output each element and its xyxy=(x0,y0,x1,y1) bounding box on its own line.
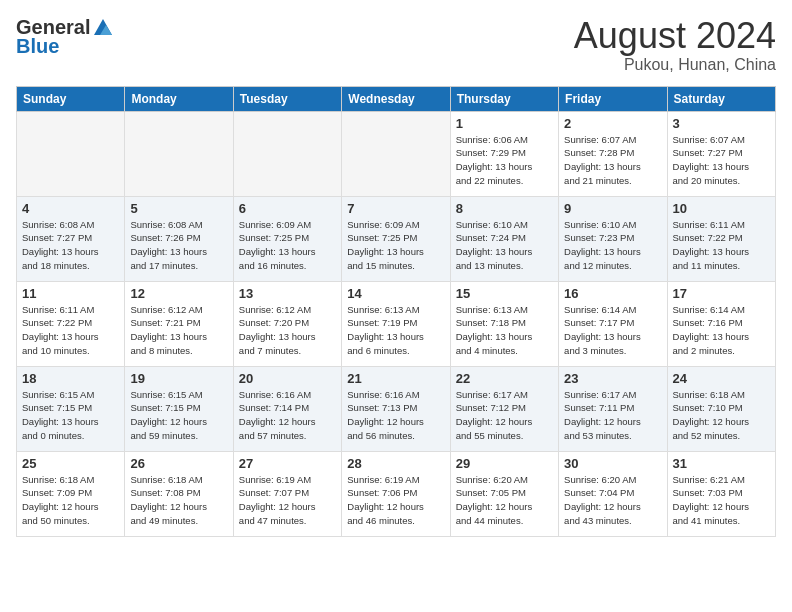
sun-info: Sunrise: 6:17 AMSunset: 7:11 PMDaylight:… xyxy=(564,388,661,443)
calendar-cell xyxy=(125,111,233,196)
sun-info: Sunrise: 6:15 AMSunset: 7:15 PMDaylight:… xyxy=(130,388,227,443)
day-number: 28 xyxy=(347,456,444,471)
sun-info: Sunrise: 6:18 AMSunset: 7:10 PMDaylight:… xyxy=(673,388,770,443)
day-number: 16 xyxy=(564,286,661,301)
weekday-header-sunday: Sunday xyxy=(17,86,125,111)
day-number: 22 xyxy=(456,371,553,386)
day-number: 15 xyxy=(456,286,553,301)
calendar-cell: 20Sunrise: 6:16 AMSunset: 7:14 PMDayligh… xyxy=(233,366,341,451)
sun-info: Sunrise: 6:07 AMSunset: 7:27 PMDaylight:… xyxy=(673,133,770,188)
calendar-week-row: 11Sunrise: 6:11 AMSunset: 7:22 PMDayligh… xyxy=(17,281,776,366)
weekday-header-tuesday: Tuesday xyxy=(233,86,341,111)
sun-info: Sunrise: 6:08 AMSunset: 7:27 PMDaylight:… xyxy=(22,218,119,273)
day-number: 11 xyxy=(22,286,119,301)
day-number: 31 xyxy=(673,456,770,471)
day-number: 20 xyxy=(239,371,336,386)
weekday-header-thursday: Thursday xyxy=(450,86,558,111)
weekday-header-friday: Friday xyxy=(559,86,667,111)
day-number: 10 xyxy=(673,201,770,216)
calendar-cell: 2Sunrise: 6:07 AMSunset: 7:28 PMDaylight… xyxy=(559,111,667,196)
calendar-cell: 3Sunrise: 6:07 AMSunset: 7:27 PMDaylight… xyxy=(667,111,775,196)
day-number: 30 xyxy=(564,456,661,471)
day-number: 29 xyxy=(456,456,553,471)
calendar-cell xyxy=(342,111,450,196)
day-number: 18 xyxy=(22,371,119,386)
calendar-cell: 26Sunrise: 6:18 AMSunset: 7:08 PMDayligh… xyxy=(125,451,233,536)
sun-info: Sunrise: 6:08 AMSunset: 7:26 PMDaylight:… xyxy=(130,218,227,273)
calendar-cell: 28Sunrise: 6:19 AMSunset: 7:06 PMDayligh… xyxy=(342,451,450,536)
calendar-cell: 12Sunrise: 6:12 AMSunset: 7:21 PMDayligh… xyxy=(125,281,233,366)
calendar-cell: 16Sunrise: 6:14 AMSunset: 7:17 PMDayligh… xyxy=(559,281,667,366)
day-number: 1 xyxy=(456,116,553,131)
calendar-cell: 17Sunrise: 6:14 AMSunset: 7:16 PMDayligh… xyxy=(667,281,775,366)
calendar-cell: 15Sunrise: 6:13 AMSunset: 7:18 PMDayligh… xyxy=(450,281,558,366)
sun-info: Sunrise: 6:20 AMSunset: 7:05 PMDaylight:… xyxy=(456,473,553,528)
calendar-cell: 27Sunrise: 6:19 AMSunset: 7:07 PMDayligh… xyxy=(233,451,341,536)
day-number: 12 xyxy=(130,286,227,301)
day-number: 26 xyxy=(130,456,227,471)
calendar-cell: 23Sunrise: 6:17 AMSunset: 7:11 PMDayligh… xyxy=(559,366,667,451)
sun-info: Sunrise: 6:21 AMSunset: 7:03 PMDaylight:… xyxy=(673,473,770,528)
day-number: 3 xyxy=(673,116,770,131)
calendar-cell: 14Sunrise: 6:13 AMSunset: 7:19 PMDayligh… xyxy=(342,281,450,366)
calendar-cell: 10Sunrise: 6:11 AMSunset: 7:22 PMDayligh… xyxy=(667,196,775,281)
day-number: 25 xyxy=(22,456,119,471)
logo-blue-text: Blue xyxy=(16,35,59,58)
calendar-week-row: 25Sunrise: 6:18 AMSunset: 7:09 PMDayligh… xyxy=(17,451,776,536)
day-number: 8 xyxy=(456,201,553,216)
sun-info: Sunrise: 6:13 AMSunset: 7:18 PMDaylight:… xyxy=(456,303,553,358)
logo: General Blue xyxy=(16,16,114,58)
sun-info: Sunrise: 6:11 AMSunset: 7:22 PMDaylight:… xyxy=(22,303,119,358)
weekday-header-monday: Monday xyxy=(125,86,233,111)
sun-info: Sunrise: 6:10 AMSunset: 7:23 PMDaylight:… xyxy=(564,218,661,273)
day-number: 7 xyxy=(347,201,444,216)
calendar-cell: 18Sunrise: 6:15 AMSunset: 7:15 PMDayligh… xyxy=(17,366,125,451)
sun-info: Sunrise: 6:17 AMSunset: 7:12 PMDaylight:… xyxy=(456,388,553,443)
location: Pukou, Hunan, China xyxy=(574,56,776,74)
day-number: 24 xyxy=(673,371,770,386)
day-number: 27 xyxy=(239,456,336,471)
calendar-cell: 19Sunrise: 6:15 AMSunset: 7:15 PMDayligh… xyxy=(125,366,233,451)
sun-info: Sunrise: 6:09 AMSunset: 7:25 PMDaylight:… xyxy=(347,218,444,273)
calendar-cell xyxy=(17,111,125,196)
day-number: 21 xyxy=(347,371,444,386)
day-number: 6 xyxy=(239,201,336,216)
calendar-cell xyxy=(233,111,341,196)
weekday-header-saturday: Saturday xyxy=(667,86,775,111)
sun-info: Sunrise: 6:18 AMSunset: 7:09 PMDaylight:… xyxy=(22,473,119,528)
day-number: 5 xyxy=(130,201,227,216)
calendar-cell: 13Sunrise: 6:12 AMSunset: 7:20 PMDayligh… xyxy=(233,281,341,366)
sun-info: Sunrise: 6:10 AMSunset: 7:24 PMDaylight:… xyxy=(456,218,553,273)
calendar-cell: 31Sunrise: 6:21 AMSunset: 7:03 PMDayligh… xyxy=(667,451,775,536)
sun-info: Sunrise: 6:06 AMSunset: 7:29 PMDaylight:… xyxy=(456,133,553,188)
day-number: 4 xyxy=(22,201,119,216)
weekday-header-wednesday: Wednesday xyxy=(342,86,450,111)
calendar-cell: 5Sunrise: 6:08 AMSunset: 7:26 PMDaylight… xyxy=(125,196,233,281)
calendar-week-row: 4Sunrise: 6:08 AMSunset: 7:27 PMDaylight… xyxy=(17,196,776,281)
calendar-cell: 1Sunrise: 6:06 AMSunset: 7:29 PMDaylight… xyxy=(450,111,558,196)
sun-info: Sunrise: 6:14 AMSunset: 7:17 PMDaylight:… xyxy=(564,303,661,358)
calendar-cell: 29Sunrise: 6:20 AMSunset: 7:05 PMDayligh… xyxy=(450,451,558,536)
sun-info: Sunrise: 6:12 AMSunset: 7:21 PMDaylight:… xyxy=(130,303,227,358)
calendar-cell: 4Sunrise: 6:08 AMSunset: 7:27 PMDaylight… xyxy=(17,196,125,281)
calendar-cell: 24Sunrise: 6:18 AMSunset: 7:10 PMDayligh… xyxy=(667,366,775,451)
calendar-cell: 9Sunrise: 6:10 AMSunset: 7:23 PMDaylight… xyxy=(559,196,667,281)
sun-info: Sunrise: 6:19 AMSunset: 7:06 PMDaylight:… xyxy=(347,473,444,528)
sun-info: Sunrise: 6:07 AMSunset: 7:28 PMDaylight:… xyxy=(564,133,661,188)
calendar-cell: 6Sunrise: 6:09 AMSunset: 7:25 PMDaylight… xyxy=(233,196,341,281)
day-number: 14 xyxy=(347,286,444,301)
sun-info: Sunrise: 6:16 AMSunset: 7:13 PMDaylight:… xyxy=(347,388,444,443)
calendar-cell: 30Sunrise: 6:20 AMSunset: 7:04 PMDayligh… xyxy=(559,451,667,536)
sun-info: Sunrise: 6:09 AMSunset: 7:25 PMDaylight:… xyxy=(239,218,336,273)
day-number: 9 xyxy=(564,201,661,216)
sun-info: Sunrise: 6:20 AMSunset: 7:04 PMDaylight:… xyxy=(564,473,661,528)
sun-info: Sunrise: 6:19 AMSunset: 7:07 PMDaylight:… xyxy=(239,473,336,528)
calendar-week-row: 1Sunrise: 6:06 AMSunset: 7:29 PMDaylight… xyxy=(17,111,776,196)
calendar-cell: 21Sunrise: 6:16 AMSunset: 7:13 PMDayligh… xyxy=(342,366,450,451)
calendar-cell: 25Sunrise: 6:18 AMSunset: 7:09 PMDayligh… xyxy=(17,451,125,536)
sun-info: Sunrise: 6:18 AMSunset: 7:08 PMDaylight:… xyxy=(130,473,227,528)
month-title: August 2024 xyxy=(574,16,776,56)
day-number: 17 xyxy=(673,286,770,301)
calendar-table: SundayMondayTuesdayWednesdayThursdayFrid… xyxy=(16,86,776,537)
sun-info: Sunrise: 6:16 AMSunset: 7:14 PMDaylight:… xyxy=(239,388,336,443)
